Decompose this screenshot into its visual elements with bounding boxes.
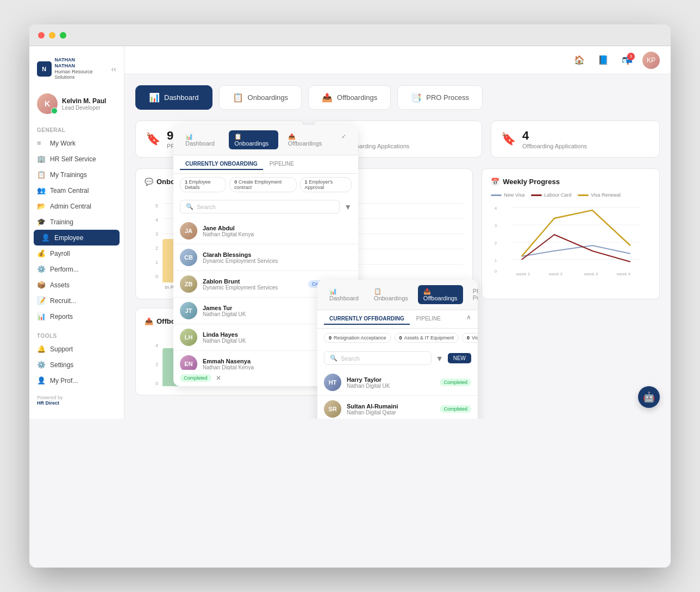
offboard-sub-tab-currently[interactable]: CURRENTLY OFFBOARDING [324, 313, 410, 325]
emp-name: Emmah Nasenya [203, 358, 254, 364]
close-button[interactable] [38, 32, 45, 39]
dashboard-tab-icon: 📊 [149, 92, 160, 103]
minimize-button[interactable] [49, 32, 55, 39]
emp-avatar: SR [324, 400, 341, 418]
panel-tab-offboardings[interactable]: 📤 Offboardings [283, 130, 332, 149]
emp-company: Nathan Digital UK [347, 383, 390, 389]
new-button[interactable]: NEW [448, 353, 471, 363]
trainings-icon: 📋 [37, 171, 46, 179]
top-bar: 🏠 📘 📬 3 KP [124, 46, 671, 74]
emp-name: Sultan Al-Rumaini [347, 403, 398, 410]
sidebar-item-hr-self-service[interactable]: 🏢 HR Self Service [29, 151, 124, 167]
sub-tab-currently[interactable]: CURRENTLY ONBOARDING [180, 159, 263, 170]
panel-tab-onboardings[interactable]: 📋 Onboardings [229, 130, 278, 149]
top-avatar[interactable]: KP [642, 52, 660, 69]
svg-text:1: 1 [495, 258, 497, 263]
sidebar-item-training[interactable]: 🎓 Training [29, 214, 124, 230]
onboarding-search[interactable]: 🔍 Search [180, 200, 340, 213]
sidebar-item-label: My Work [50, 140, 76, 147]
step-employee-details: 1 Employee Details [180, 177, 226, 192]
offboard-tab-onboardings[interactable]: 📋 Onboardings [368, 285, 414, 304]
offboard-sub-tab-pipeline[interactable]: PIPELINE [411, 313, 446, 325]
weekly-chart-title: 📅 Weekly Progress [491, 178, 651, 186]
search-icon: 🔍 [186, 203, 193, 210]
settings-icon: ⚙️ [37, 361, 46, 369]
chart-icon: 💬 [145, 178, 153, 186]
emp-name: Harry Taylor [347, 376, 390, 383]
offboard-icon: 📤 [423, 288, 431, 294]
tab-pro-process[interactable]: 📑 PRO Process [397, 85, 483, 110]
sidebar-item-recruitment[interactable]: 📝 Recruit... [29, 293, 124, 308]
panel-tab-dashboard[interactable]: 📊 Dashboard [180, 130, 224, 149]
profile-icon: 👤 [37, 376, 46, 385]
svg-text:4: 4 [495, 206, 497, 211]
offboarding-panel-card: 📊 Dashboard 📋 Onboardings 📤 Offboardings [317, 280, 478, 419]
stat-offboard: 🔖 4 Offboarding Applications [491, 121, 660, 158]
emp-name: Zablon Brunt [203, 278, 278, 285]
tab-onboardings[interactable]: 📋 Onboardings [219, 85, 302, 110]
emp-company: Dynamic Employment Services [203, 258, 278, 264]
offboard-tab-icon: 📤 [322, 92, 333, 103]
user-section: K Kelvin M. Paul Lead Developer [29, 89, 124, 123]
employee-icon: 👤 [41, 234, 50, 242]
sidebar-item-label: Employee [54, 234, 83, 242]
sidebar-item-assets[interactable]: 📦 Assets [29, 277, 124, 293]
emp-avatar: LH [180, 329, 197, 346]
sidebar-item-payroll[interactable]: 💰 Payroll [29, 245, 124, 261]
offboard-tab-pro[interactable]: PRO Process [467, 285, 478, 304]
team-icon: 👥 [37, 186, 46, 194]
filter-icon[interactable]: ▼ [344, 203, 352, 211]
sidebar-collapse-icon[interactable]: ‹‹ [111, 65, 116, 73]
sub-tab-pipeline[interactable]: PIPELINE [264, 159, 299, 170]
sidebar-item-support[interactable]: 🔔 Support [29, 341, 124, 357]
sidebar-item-performance[interactable]: ⚙️ Perform... [29, 261, 124, 277]
emp-name: Linda Hayes [203, 331, 246, 338]
offboard-tab-dashboard[interactable]: 📊 Dashboard [324, 285, 364, 304]
emp-avatar: HT [324, 374, 341, 391]
emp-name: James Tur [203, 305, 246, 311]
notif-badge: 3 [627, 53, 635, 60]
chatbot-fab[interactable]: 🤖 [638, 386, 660, 408]
emp-badge: Completed [440, 405, 471, 413]
sidebar-item-label: Support [50, 345, 73, 353]
docs-icon[interactable]: 📘 [595, 52, 612, 69]
sidebar-item-admin-central[interactable]: 📂 Admin Central [29, 198, 124, 214]
main-content: 🏠 📘 📬 3 KP 📊 Dashboard 📋 [124, 46, 671, 419]
offboard-label: Offboarding Applications [522, 143, 587, 149]
emp-company: Nathan Digital UK [203, 338, 246, 344]
collapse-icon[interactable]: ∧ [466, 313, 471, 325]
filter-icon[interactable]: ▼ [436, 354, 443, 363]
step-resignation: 0 Resignation Acceptance [324, 333, 391, 343]
recruit-icon: 📝 [37, 297, 46, 305]
offboard-tab-offboardings[interactable]: 📤 Offboardings [418, 285, 463, 304]
sidebar-item-employee[interactable]: 👤 Employee [34, 230, 120, 245]
completed-badge: Completed [180, 374, 211, 382]
tab-offboardings[interactable]: 📤 Offboardings [308, 85, 391, 110]
notifications-icon[interactable]: 📬 3 [618, 52, 636, 69]
sidebar-item-settings[interactable]: ⚙️ Settings [29, 357, 124, 373]
sidebar-item-my-work[interactable]: ≡ My Work [29, 135, 124, 151]
sub-tab-row: CURRENTLY ONBOARDING PIPELINE [173, 155, 358, 174]
offboard-search[interactable]: 🔍 Search [324, 351, 432, 365]
sidebar-item-label: Reports [50, 313, 73, 320]
general-label: General [29, 123, 124, 135]
panel-dash-icon: 📊 [185, 133, 193, 140]
user-name: Kelvin M. Paul [62, 97, 106, 105]
panel-tab-pro[interactable]: ✓ [336, 130, 352, 149]
tab-dashboard[interactable]: 📊 Dashboard [135, 85, 212, 110]
logo-icon: N [37, 61, 52, 77]
emp-badge: Completed [440, 379, 471, 386]
panel-onboard-icon: 📋 [234, 133, 242, 140]
sidebar-item-my-profile[interactable]: 👤 My Prof... [29, 373, 124, 388]
online-badge [51, 108, 58, 114]
sidebar-item-my-trainings[interactable]: 📋 My Trainings [29, 167, 124, 182]
maximize-button[interactable] [60, 32, 66, 39]
search-placeholder: Search [197, 204, 216, 210]
assets-icon: 📦 [37, 281, 46, 289]
home-icon[interactable]: 🏠 [571, 52, 588, 69]
sidebar-item-reports[interactable]: 📊 Reports [29, 308, 124, 324]
close-panel-icon[interactable]: ✕ [216, 374, 221, 382]
my-work-icon: ≡ [37, 139, 46, 147]
sidebar-item-team-central[interactable]: 👥 Team Central [29, 182, 124, 198]
app-window: N NATHAN NATHAN Human Resource Solutions… [29, 24, 671, 568]
